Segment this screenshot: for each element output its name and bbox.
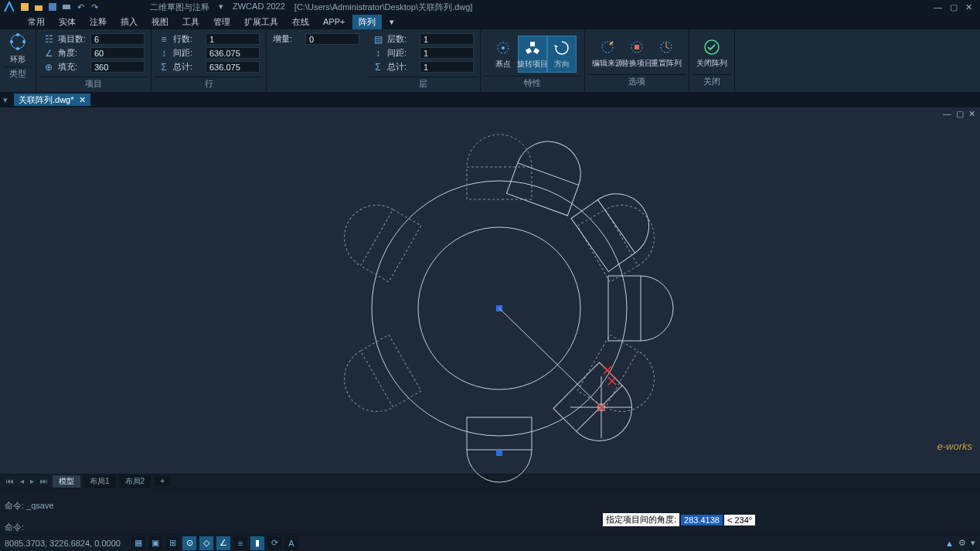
qat-open-icon[interactable]: [32, 1, 45, 13]
qat-undo-icon[interactable]: ↶: [74, 1, 87, 13]
edit-source-button[interactable]: 编辑来源: [593, 36, 622, 71]
menu-item-工具[interactable]: 工具: [176, 15, 206, 29]
svg-rect-23: [361, 335, 421, 407]
svg-point-6: [16, 47, 19, 50]
file-tab-close-icon[interactable]: ✕: [79, 95, 86, 105]
close-array-icon: [703, 38, 721, 56]
menu-item-实体[interactable]: 实体: [53, 15, 82, 29]
drawing-canvas[interactable]: — ▢ ✕: [0, 107, 980, 474]
direction-button[interactable]: 方向: [547, 36, 577, 73]
file-tab-dropdown-icon[interactable]: ▾: [0, 95, 11, 105]
levels-count-input[interactable]: [420, 33, 474, 45]
basepoint-icon: [494, 39, 512, 57]
edit-source-icon: [598, 38, 617, 56]
reset-array-button[interactable]: 重置阵列: [652, 36, 681, 71]
angle-between-input[interactable]: [90, 47, 145, 59]
angle-between-icon: ∠: [43, 47, 55, 60]
menu-item-插入[interactable]: 插入: [114, 15, 144, 29]
menu-item-app[interactable]: APP+: [317, 15, 351, 28]
snap-mode-button[interactable]: ▣: [148, 536, 162, 550]
polar-button[interactable]: ⊙: [182, 536, 196, 550]
settings-gear-icon[interactable]: ⚙: [958, 538, 966, 548]
ribbon-footer-row: 行: [155, 77, 263, 90]
svg-line-32: [499, 308, 601, 407]
dyn-button[interactable]: ▮: [250, 536, 264, 550]
ribbon-footer-level: 层: [369, 77, 477, 90]
menu-bar: 常用 实体 注释 插入 视图 工具 管理 扩展工具 在线 APP+ 阵列 ▾: [0, 14, 980, 29]
status-bar: 8085.3703, 3226.6824, 0.0000 ▦ ▣ ⊞ ⊙ ◇ ∠…: [0, 534, 980, 551]
row-spacing-input[interactable]: [206, 47, 260, 59]
svg-rect-0: [21, 3, 29, 11]
replace-item-button[interactable]: 替换项目: [622, 36, 652, 71]
rotate-items-button[interactable]: 旋转项目: [518, 36, 547, 73]
command-line-panel[interactable]: 命令: _qsave 命令: 命令: ** 项目间的角度 ** 指定项目间的角度…: [0, 488, 980, 534]
type-label: 环形: [10, 54, 26, 65]
basepoint-button[interactable]: 基点: [488, 36, 518, 72]
qat-redo-icon[interactable]: ↷: [88, 1, 100, 13]
menu-item-注释[interactable]: 注释: [83, 15, 113, 29]
increment-input[interactable]: [305, 33, 359, 45]
anno-scale-button[interactable]: A: [284, 536, 298, 550]
menu-item-在线[interactable]: 在线: [286, 15, 315, 29]
qat-save-icon[interactable]: [46, 1, 59, 13]
levels-count-icon: ▤: [372, 33, 384, 46]
qat-plot-icon[interactable]: [60, 1, 73, 13]
snap-grid-button[interactable]: ▦: [131, 536, 145, 550]
fill-angle-icon: ⊕: [43, 61, 55, 73]
level-spacing-input[interactable]: [420, 47, 474, 59]
quick-access-toolbar: ↶ ↷: [19, 1, 100, 13]
close-array-button[interactable]: 关闭阵列: [697, 36, 726, 71]
status-more-icon[interactable]: ▾: [971, 538, 975, 548]
title-bar: ↶ ↷ 二维草图与注释 ▾ ZWCAD 2022 [C:\Users\Admin…: [0, 0, 980, 14]
drawing-svg: [0, 107, 980, 494]
cmd-history-line: 命令: _qsave: [5, 500, 975, 512]
ortho-button[interactable]: ⊞: [165, 536, 179, 550]
minimize-button[interactable]: —: [934, 2, 942, 12]
row-total-input[interactable]: [206, 61, 260, 73]
menu-dropdown-icon[interactable]: ▾: [383, 15, 400, 29]
workspace-label[interactable]: 二维草图与注释: [150, 2, 209, 13]
items-count-input[interactable]: [90, 33, 145, 45]
ribbon-group-properties: 基点 旋转项目 方向 特性: [481, 29, 585, 92]
fill-angle-input[interactable]: [90, 61, 145, 73]
qat-new-icon[interactable]: [19, 1, 31, 13]
osnap-button[interactable]: ◇: [199, 536, 213, 550]
menu-item-视图[interactable]: 视图: [145, 15, 175, 29]
row-total-icon: Σ: [158, 61, 170, 73]
file-tab-bar: ▾ 关联阵列.dwg* ✕: [0, 93, 980, 107]
menu-item-常用[interactable]: 常用: [22, 15, 51, 29]
svg-rect-11: [526, 48, 532, 54]
svg-rect-12: [533, 48, 539, 54]
coords-readout[interactable]: 8085.3703, 3226.6824, 0.0000: [5, 539, 128, 548]
menu-item-阵列[interactable]: 阵列: [352, 15, 382, 29]
polar-array-icon[interactable]: [7, 31, 29, 53]
ucs-icon[interactable]: ▲: [945, 539, 954, 548]
ribbon-footer-prop: 特性: [484, 76, 581, 90]
level-total-input[interactable]: [420, 61, 474, 73]
menu-item-管理[interactable]: 管理: [207, 15, 236, 29]
level-spacing-icon: ↕: [372, 47, 384, 60]
menu-item-扩展工具[interactable]: 扩展工具: [238, 15, 284, 29]
close-window-button[interactable]: ✕: [965, 2, 972, 12]
ribbon-footer-item: 项目: [39, 77, 148, 90]
items-count-icon: ☷: [43, 33, 55, 46]
ribbon-group-incr-level: 增量:: [267, 29, 366, 92]
ribbon-group-row: ≡行数: ↕间距: Σ总计: 行: [151, 29, 267, 92]
maximize-button[interactable]: ▢: [950, 2, 958, 12]
cycling-button[interactable]: ⟳: [267, 536, 281, 550]
rows-count-input[interactable]: [206, 33, 260, 45]
ribbon-footer-type: 类型: [3, 66, 32, 80]
file-tab-label: 关联阵列.dwg*: [19, 94, 74, 106]
cmd-history-line: 命令:: [5, 522, 975, 533]
file-path-label: [C:\Users\Administrator\Desktop\关联阵列.dwg…: [294, 2, 472, 13]
direction-icon: [553, 39, 571, 57]
lwt-button[interactable]: ≡: [233, 536, 247, 550]
dynamic-prompt-value[interactable]: 283.4138: [681, 515, 723, 525]
svg-rect-30: [506, 163, 578, 216]
rotate-items-icon: [523, 39, 542, 57]
file-tab-active[interactable]: 关联阵列.dwg* ✕: [14, 94, 90, 106]
otrack-button[interactable]: ∠: [216, 536, 230, 550]
dynamic-prompt-angle[interactable]: < 234°: [724, 515, 755, 525]
ribbon-group-type: 环形 类型: [0, 29, 36, 92]
svg-point-4: [16, 33, 19, 36]
